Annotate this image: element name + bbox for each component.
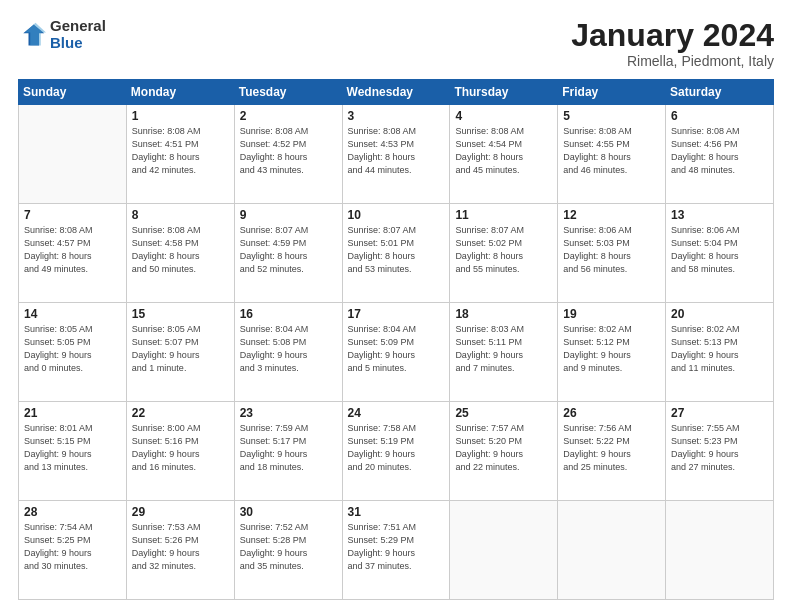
calendar-cell-4-0: 28Sunrise: 7:54 AM Sunset: 5:25 PM Dayli… — [19, 501, 127, 600]
day-info: Sunrise: 8:03 AM Sunset: 5:11 PM Dayligh… — [455, 323, 552, 375]
col-friday: Friday — [558, 80, 666, 105]
calendar-cell-2-4: 18Sunrise: 8:03 AM Sunset: 5:11 PM Dayli… — [450, 303, 558, 402]
day-info: Sunrise: 7:55 AM Sunset: 5:23 PM Dayligh… — [671, 422, 768, 474]
calendar-cell-1-5: 12Sunrise: 8:06 AM Sunset: 5:03 PM Dayli… — [558, 204, 666, 303]
day-info: Sunrise: 8:05 AM Sunset: 5:05 PM Dayligh… — [24, 323, 121, 375]
col-saturday: Saturday — [666, 80, 774, 105]
day-number: 31 — [348, 505, 445, 519]
col-sunday: Sunday — [19, 80, 127, 105]
calendar-cell-2-1: 15Sunrise: 8:05 AM Sunset: 5:07 PM Dayli… — [126, 303, 234, 402]
day-number: 25 — [455, 406, 552, 420]
day-number: 27 — [671, 406, 768, 420]
day-number: 16 — [240, 307, 337, 321]
calendar-cell-3-3: 24Sunrise: 7:58 AM Sunset: 5:19 PM Dayli… — [342, 402, 450, 501]
logo-blue-text: Blue — [50, 35, 106, 52]
day-info: Sunrise: 7:52 AM Sunset: 5:28 PM Dayligh… — [240, 521, 337, 573]
day-info: Sunrise: 8:08 AM Sunset: 4:56 PM Dayligh… — [671, 125, 768, 177]
day-number: 24 — [348, 406, 445, 420]
calendar-cell-0-4: 4Sunrise: 8:08 AM Sunset: 4:54 PM Daylig… — [450, 105, 558, 204]
day-info: Sunrise: 8:07 AM Sunset: 5:02 PM Dayligh… — [455, 224, 552, 276]
calendar-cell-2-5: 19Sunrise: 8:02 AM Sunset: 5:12 PM Dayli… — [558, 303, 666, 402]
calendar-cell-1-1: 8Sunrise: 8:08 AM Sunset: 4:58 PM Daylig… — [126, 204, 234, 303]
header: General Blue January 2024 Rimella, Piedm… — [18, 18, 774, 69]
calendar-cell-0-2: 2Sunrise: 8:08 AM Sunset: 4:52 PM Daylig… — [234, 105, 342, 204]
day-number: 30 — [240, 505, 337, 519]
calendar-cell-1-2: 9Sunrise: 8:07 AM Sunset: 4:59 PM Daylig… — [234, 204, 342, 303]
day-info: Sunrise: 8:08 AM Sunset: 4:55 PM Dayligh… — [563, 125, 660, 177]
calendar-cell-3-5: 26Sunrise: 7:56 AM Sunset: 5:22 PM Dayli… — [558, 402, 666, 501]
col-tuesday: Tuesday — [234, 80, 342, 105]
calendar-cell-3-2: 23Sunrise: 7:59 AM Sunset: 5:17 PM Dayli… — [234, 402, 342, 501]
day-number: 9 — [240, 208, 337, 222]
col-monday: Monday — [126, 80, 234, 105]
calendar-week-1: 7Sunrise: 8:08 AM Sunset: 4:57 PM Daylig… — [19, 204, 774, 303]
calendar-cell-2-2: 16Sunrise: 8:04 AM Sunset: 5:08 PM Dayli… — [234, 303, 342, 402]
page: General Blue January 2024 Rimella, Piedm… — [0, 0, 792, 612]
day-number: 10 — [348, 208, 445, 222]
calendar-cell-0-3: 3Sunrise: 8:08 AM Sunset: 4:53 PM Daylig… — [342, 105, 450, 204]
day-info: Sunrise: 7:59 AM Sunset: 5:17 PM Dayligh… — [240, 422, 337, 474]
month-title: January 2024 — [571, 18, 774, 53]
calendar-cell-1-6: 13Sunrise: 8:06 AM Sunset: 5:04 PM Dayli… — [666, 204, 774, 303]
day-info: Sunrise: 8:02 AM Sunset: 5:12 PM Dayligh… — [563, 323, 660, 375]
title-block: January 2024 Rimella, Piedmont, Italy — [571, 18, 774, 69]
day-number: 2 — [240, 109, 337, 123]
calendar-cell-2-0: 14Sunrise: 8:05 AM Sunset: 5:05 PM Dayli… — [19, 303, 127, 402]
calendar-cell-4-2: 30Sunrise: 7:52 AM Sunset: 5:28 PM Dayli… — [234, 501, 342, 600]
day-info: Sunrise: 8:08 AM Sunset: 4:57 PM Dayligh… — [24, 224, 121, 276]
calendar-cell-4-6 — [666, 501, 774, 600]
col-thursday: Thursday — [450, 80, 558, 105]
day-number: 1 — [132, 109, 229, 123]
day-info: Sunrise: 8:08 AM Sunset: 4:53 PM Dayligh… — [348, 125, 445, 177]
day-number: 6 — [671, 109, 768, 123]
day-info: Sunrise: 8:05 AM Sunset: 5:07 PM Dayligh… — [132, 323, 229, 375]
calendar-week-4: 28Sunrise: 7:54 AM Sunset: 5:25 PM Dayli… — [19, 501, 774, 600]
day-info: Sunrise: 7:53 AM Sunset: 5:26 PM Dayligh… — [132, 521, 229, 573]
day-info: Sunrise: 8:07 AM Sunset: 4:59 PM Dayligh… — [240, 224, 337, 276]
day-info: Sunrise: 7:56 AM Sunset: 5:22 PM Dayligh… — [563, 422, 660, 474]
day-number: 8 — [132, 208, 229, 222]
day-number: 7 — [24, 208, 121, 222]
svg-marker-1 — [25, 22, 46, 45]
calendar-cell-0-1: 1Sunrise: 8:08 AM Sunset: 4:51 PM Daylig… — [126, 105, 234, 204]
logo-icon — [18, 21, 46, 49]
day-number: 28 — [24, 505, 121, 519]
day-info: Sunrise: 8:08 AM Sunset: 4:52 PM Dayligh… — [240, 125, 337, 177]
day-number: 5 — [563, 109, 660, 123]
day-number: 4 — [455, 109, 552, 123]
day-number: 14 — [24, 307, 121, 321]
calendar-cell-1-4: 11Sunrise: 8:07 AM Sunset: 5:02 PM Dayli… — [450, 204, 558, 303]
day-info: Sunrise: 8:08 AM Sunset: 4:54 PM Dayligh… — [455, 125, 552, 177]
calendar-cell-2-3: 17Sunrise: 8:04 AM Sunset: 5:09 PM Dayli… — [342, 303, 450, 402]
day-number: 29 — [132, 505, 229, 519]
day-number: 18 — [455, 307, 552, 321]
calendar-cell-4-4 — [450, 501, 558, 600]
day-number: 23 — [240, 406, 337, 420]
day-info: Sunrise: 8:02 AM Sunset: 5:13 PM Dayligh… — [671, 323, 768, 375]
day-info: Sunrise: 7:58 AM Sunset: 5:19 PM Dayligh… — [348, 422, 445, 474]
logo-general-text: General — [50, 18, 106, 35]
col-wednesday: Wednesday — [342, 80, 450, 105]
calendar-cell-4-3: 31Sunrise: 7:51 AM Sunset: 5:29 PM Dayli… — [342, 501, 450, 600]
day-info: Sunrise: 8:06 AM Sunset: 5:04 PM Dayligh… — [671, 224, 768, 276]
calendar-cell-2-6: 20Sunrise: 8:02 AM Sunset: 5:13 PM Dayli… — [666, 303, 774, 402]
day-number: 13 — [671, 208, 768, 222]
day-number: 26 — [563, 406, 660, 420]
logo: General Blue — [18, 18, 106, 51]
calendar-cell-0-6: 6Sunrise: 8:08 AM Sunset: 4:56 PM Daylig… — [666, 105, 774, 204]
day-info: Sunrise: 8:08 AM Sunset: 4:58 PM Dayligh… — [132, 224, 229, 276]
day-info: Sunrise: 8:08 AM Sunset: 4:51 PM Dayligh… — [132, 125, 229, 177]
calendar-header-row: Sunday Monday Tuesday Wednesday Thursday… — [19, 80, 774, 105]
calendar-table: Sunday Monday Tuesday Wednesday Thursday… — [18, 79, 774, 600]
calendar-cell-3-0: 21Sunrise: 8:01 AM Sunset: 5:15 PM Dayli… — [19, 402, 127, 501]
day-number: 19 — [563, 307, 660, 321]
day-number: 3 — [348, 109, 445, 123]
day-number: 15 — [132, 307, 229, 321]
day-info: Sunrise: 8:00 AM Sunset: 5:16 PM Dayligh… — [132, 422, 229, 474]
day-number: 11 — [455, 208, 552, 222]
day-info: Sunrise: 8:06 AM Sunset: 5:03 PM Dayligh… — [563, 224, 660, 276]
day-info: Sunrise: 8:01 AM Sunset: 5:15 PM Dayligh… — [24, 422, 121, 474]
calendar-cell-1-0: 7Sunrise: 8:08 AM Sunset: 4:57 PM Daylig… — [19, 204, 127, 303]
day-number: 17 — [348, 307, 445, 321]
day-info: Sunrise: 7:54 AM Sunset: 5:25 PM Dayligh… — [24, 521, 121, 573]
